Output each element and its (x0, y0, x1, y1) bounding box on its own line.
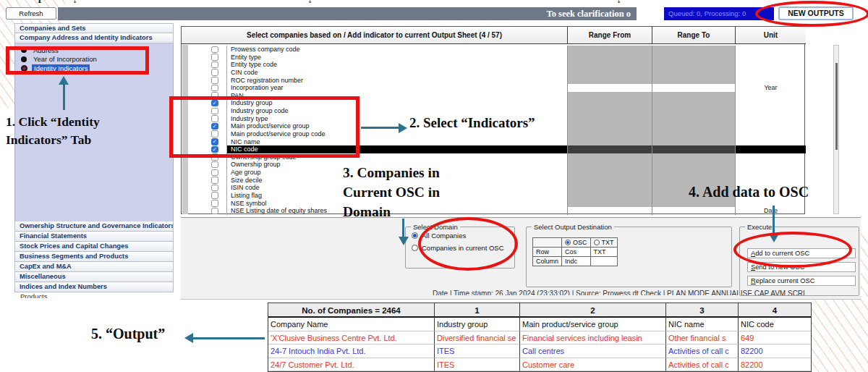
indicator-row: Size decile (182, 177, 806, 185)
vertical-scrollbar[interactable] (833, 45, 839, 214)
unit-cell (735, 115, 806, 123)
checkbox-cell (182, 77, 227, 85)
indicator-label[interactable]: Incorporation year (227, 84, 567, 92)
indicator-row: Incorporation yearYear (182, 84, 806, 92)
indicator-label[interactable]: Entity type code (227, 61, 567, 69)
range-to-cell (652, 69, 735, 77)
indicator-label[interactable]: Entity type (227, 54, 567, 62)
indicator-label[interactable]: Prowess company code (227, 46, 567, 54)
unit-cell (735, 161, 806, 169)
checkbox-cell (182, 184, 227, 192)
range-from-cell (567, 145, 652, 153)
checkbox-cell (182, 177, 227, 185)
indicator-row: CIN code (182, 69, 806, 77)
od-txt-cell[interactable]: TXT (590, 248, 617, 257)
checkbox[interactable] (211, 200, 218, 207)
indicator-table-title: Select companies based on / Add indicato… (182, 27, 567, 43)
range-from-cell (567, 99, 652, 107)
radio-icon[interactable] (412, 232, 418, 239)
sidebar-bottom-sections: Ownership Structure and Governance Indic… (14, 221, 174, 298)
output-cell: Other financial s (666, 331, 739, 345)
indicator-label[interactable]: CIN code (227, 69, 567, 77)
range-from-cell (567, 130, 652, 138)
annotation-box-identity-indicators (6, 46, 149, 75)
clipped-glyph: I (38, 0, 48, 5)
range-to-cell (652, 200, 735, 208)
range-from-cell (567, 153, 652, 161)
range-from-cell[interactable] (567, 84, 652, 92)
checkbox-cell (182, 54, 227, 62)
range-from-cell (567, 192, 652, 200)
output-cell: 24/7 Customer Pvt. Ltd. (268, 358, 435, 372)
range-from-cell (567, 69, 652, 77)
unit-cell (735, 145, 806, 153)
range-to-cell (652, 92, 735, 100)
txt-radio-icon[interactable] (594, 240, 600, 245)
checkbox[interactable] (211, 208, 218, 215)
sidebar-section-bottom-4[interactable]: CapEx and M&A (14, 262, 174, 272)
checkbox[interactable] (211, 62, 218, 69)
sidebar-section-bottom-2[interactable]: Stock Prices and Capital Changes (14, 242, 174, 252)
refresh-button[interactable]: Refresh (6, 7, 56, 20)
od-indc-cell[interactable]: Indc (562, 257, 591, 266)
output-cell: Main product/service group (520, 318, 666, 331)
scrollbar-thumb[interactable] (835, 63, 838, 150)
od-txt-option[interactable]: TXT (590, 238, 617, 248)
sidebar-section-bottom-5[interactable]: Miscellaneous (14, 272, 174, 282)
indicator-label[interactable]: ROC registration number (227, 77, 567, 85)
output-cell: 24-7 Intouch India Pvt. Ltd. (268, 344, 435, 358)
checkbox-cell (182, 46, 227, 54)
sidebar-section-0[interactable]: Companies and Sets (14, 23, 174, 33)
output-header-cell-2: 2 (520, 303, 666, 318)
top-title-bar: To seek clarification o (58, 7, 637, 20)
output-cell: Activities of call c (666, 358, 739, 372)
unit-cell (735, 122, 806, 130)
sidebar-section-bottom-0[interactable]: Ownership Structure and Governance Indic… (14, 221, 174, 232)
range-from-cell (567, 115, 652, 123)
checkbox[interactable] (211, 54, 218, 61)
sidebar-section-1[interactable]: Company Address and Identity Indicators (14, 33, 174, 43)
sidebar-section-bottom-1[interactable]: Financial Statements (14, 232, 174, 242)
checkbox[interactable] (211, 69, 218, 76)
output-cell: 'X'Clusive Business Centre Pvt. Ltd. (268, 331, 435, 345)
checkbox[interactable] (211, 85, 218, 92)
checkbox[interactable] (211, 192, 218, 199)
execute-button-replace-current-osc[interactable]: Replace current OSC (747, 276, 856, 286)
sidebar-section-bottom-6[interactable]: Indices and Index Numbers (14, 282, 174, 292)
range-from-cell[interactable] (567, 207, 652, 215)
range-to-cell (652, 115, 735, 123)
unit-cell (735, 130, 806, 138)
osc-radio-icon[interactable] (565, 240, 571, 245)
range-to-cell[interactable] (652, 207, 735, 215)
od-empty-cell (533, 238, 562, 248)
range-to-cell[interactable] (652, 84, 735, 92)
output-cell: Company Name (268, 318, 435, 331)
checkbox[interactable] (211, 77, 218, 84)
execute-title: Execute (745, 223, 774, 231)
range-from-cell (567, 92, 652, 100)
output-cell: 649 (739, 331, 811, 345)
indicator-row: Entity type code (182, 61, 806, 69)
annotation-ellipse-new-outputs (755, 1, 868, 27)
range-to-cell (652, 161, 735, 169)
sidebar-section-bottom-3[interactable]: Business Segments and Products (14, 252, 174, 262)
range-from-cell (567, 77, 652, 85)
range-to-cell (652, 107, 735, 115)
output-cell: Diversified financial se (435, 331, 520, 345)
checkbox[interactable] (211, 46, 218, 54)
checkbox[interactable] (211, 161, 218, 169)
checkbox-cell (182, 200, 227, 208)
output-destination-group: Select Output Destination OSC TXT Row Co… (526, 227, 732, 287)
unit-cell (735, 200, 806, 208)
checkbox[interactable] (211, 169, 218, 177)
checkbox[interactable] (211, 185, 218, 192)
range-to-cell (652, 46, 735, 54)
output-preview-table: No. of Companies = 24641234Company NameI… (268, 303, 812, 372)
radio-icon[interactable] (412, 245, 418, 251)
checkbox-cell (182, 207, 227, 215)
output-header-cell-1: 1 (435, 303, 520, 318)
output-cell: Customer care (520, 358, 666, 372)
od-cos-cell[interactable]: Cos (562, 248, 591, 257)
od-osc-option[interactable]: OSC (562, 238, 591, 248)
checkbox[interactable] (211, 177, 218, 184)
